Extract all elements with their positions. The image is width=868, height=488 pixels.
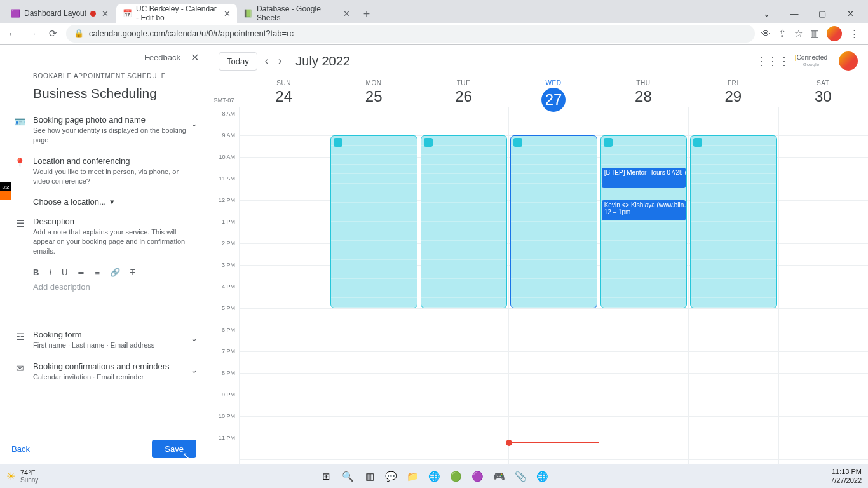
- app-icon[interactable]: 🟣: [470, 468, 486, 485]
- profile-avatar[interactable]: [827, 26, 842, 41]
- close-button[interactable]: ✕: [836, 4, 864, 23]
- availability-badge-icon: [604, 138, 613, 147]
- month-label: July 2022: [295, 54, 350, 69]
- chevron-down-icon[interactable]: ⌄: [752, 4, 780, 23]
- back-button[interactable]: Back: [11, 444, 30, 454]
- account-avatar[interactable]: [839, 51, 858, 71]
- bold-button[interactable]: B: [33, 268, 39, 277]
- chevron-down-icon[interactable]: ⌄: [191, 365, 198, 375]
- maximize-button[interactable]: ▢: [808, 4, 836, 23]
- day-column[interactable]: [778, 107, 868, 464]
- chevron-down-icon[interactable]: ⌄: [191, 334, 198, 343]
- spotify-icon[interactable]: 🟢: [448, 468, 465, 485]
- file-explorer-icon[interactable]: 📁: [405, 468, 421, 485]
- day-header[interactable]: TUE26: [419, 77, 508, 107]
- appointment-availability-block[interactable]: [421, 135, 507, 308]
- timezone-label: GMT-07: [208, 77, 239, 107]
- eye-icon[interactable]: 👁: [761, 28, 771, 39]
- day-header[interactable]: SUN24: [239, 77, 329, 107]
- close-icon[interactable]: ✕: [100, 8, 110, 18]
- day-number: 29: [688, 88, 778, 105]
- section-title: Location and conferencing: [33, 156, 196, 166]
- taskbar-weather: Sunny: [20, 477, 38, 484]
- day-header[interactable]: FRI29: [688, 77, 778, 107]
- appointment-availability-block[interactable]: [690, 135, 776, 308]
- day-number: 26: [419, 88, 508, 105]
- back-button[interactable]: ←: [5, 28, 19, 39]
- italic-button[interactable]: I: [49, 268, 51, 277]
- calendar-event[interactable]: Kevin <> Kishlaya (www.blin…12 – 1pm: [602, 200, 686, 220]
- close-icon[interactable]: ✕: [223, 8, 231, 18]
- search-icon[interactable]: 🔍: [340, 468, 356, 485]
- day-header[interactable]: SAT30: [778, 77, 868, 107]
- current-time-indicator: [509, 442, 598, 443]
- availability-badge-icon: [424, 138, 433, 147]
- chevron-down-icon[interactable]: ⌄: [191, 119, 198, 128]
- taskbar-time: 11:13 PM: [831, 468, 862, 476]
- chat-icon[interactable]: 💬: [383, 468, 400, 485]
- system-tray[interactable]: 11:13 PM 7/27/2022: [831, 468, 862, 484]
- day-column[interactable]: [419, 107, 508, 464]
- hour-label: 2 PM: [222, 240, 235, 247]
- day-number: 25: [329, 88, 418, 105]
- today-button[interactable]: Today: [219, 52, 257, 71]
- day-of-week: WED: [508, 79, 598, 86]
- day-column[interactable]: [BHEP] Mentor Hours 07/28 (…Kevin <> Kis…: [599, 107, 688, 464]
- day-column[interactable]: [508, 107, 598, 464]
- day-column[interactable]: [688, 107, 778, 464]
- appointment-availability-block[interactable]: [600, 135, 687, 308]
- link-button[interactable]: 🔗: [110, 268, 120, 277]
- numbered-list-button[interactable]: ≣: [78, 268, 85, 277]
- prev-week-button[interactable]: ‹: [262, 55, 271, 67]
- share-icon[interactable]: ⇪: [778, 28, 787, 39]
- day-column[interactable]: [329, 107, 418, 464]
- save-button[interactable]: Save ↖: [152, 440, 196, 458]
- close-icon[interactable]: ✕: [342, 8, 352, 18]
- calendar-week-grid[interactable]: GMT-07 8 AM9 AM10 AM11 AM12 PM1 PM2 PM3 …: [208, 77, 868, 464]
- chrome-beta-icon[interactable]: 🌐: [534, 468, 551, 485]
- kebab-menu-icon[interactable]: ⋮: [850, 28, 859, 39]
- section-confirmations[interactable]: ✉ Booking confirmations and reminders Ca…: [33, 362, 196, 382]
- cursor-icon: ↖: [182, 451, 190, 461]
- apps-grid-icon[interactable]: ⋮⋮⋮: [756, 54, 790, 68]
- appointment-availability-block[interactable]: [330, 135, 417, 308]
- section-photo-name[interactable]: 🪪 Booking page photo and name See how yo…: [33, 115, 196, 145]
- section-booking-form[interactable]: ☲ Booking form First name · Last name · …: [33, 330, 196, 350]
- description-input[interactable]: Add description: [33, 282, 196, 292]
- notes-icon: ☰: [14, 218, 25, 229]
- start-button[interactable]: ⊞: [318, 468, 335, 485]
- next-week-button[interactable]: ›: [276, 55, 284, 67]
- address-bar[interactable]: 🔒 calendar.google.com/calendar/u/0/r/app…: [66, 25, 755, 43]
- clear-formatting-button[interactable]: T: [130, 268, 135, 277]
- close-panel-button[interactable]: ✕: [191, 51, 199, 64]
- calendar-event[interactable]: [BHEP] Mentor Hours 07/28 (…: [602, 168, 686, 188]
- url-text: calendar.google.com/calendar/u/0/r/appoi…: [89, 29, 294, 38]
- appointment-availability-block[interactable]: [510, 135, 597, 308]
- hour-label: 4 PM: [222, 283, 235, 290]
- day-header[interactable]: THU28: [599, 77, 688, 107]
- underline-button[interactable]: U: [62, 268, 67, 277]
- reload-button[interactable]: ⟳: [46, 28, 60, 39]
- day-column[interactable]: [239, 107, 329, 464]
- event-title: Kevin <> Kishlaya (www.blin…: [604, 201, 683, 208]
- chrome-icon[interactable]: 🌐: [426, 468, 443, 485]
- star-icon[interactable]: ☆: [794, 28, 803, 39]
- schedule-title[interactable]: Business Scheduling: [33, 86, 196, 101]
- windows-taskbar[interactable]: ☀ 74°F Sunny ⊞ 🔍 ▥ 💬 📁 🌐 🟢 🟣 🎮 📎 🌐 11:13…: [0, 464, 868, 488]
- discord-icon[interactable]: 🎮: [491, 468, 508, 485]
- feedback-link[interactable]: Feedback: [144, 53, 180, 62]
- browser-tab[interactable]: 📗 Database - Google Sheets ✕: [237, 4, 358, 23]
- minimize-button[interactable]: ―: [780, 4, 808, 23]
- day-header[interactable]: WED27: [508, 77, 598, 107]
- task-view-icon[interactable]: ▥: [362, 468, 378, 485]
- browser-tab[interactable]: 🟪 Dashboard Layout ✕: [4, 4, 116, 23]
- app-icon[interactable]: 📎: [513, 468, 529, 485]
- forward-button[interactable]: →: [25, 28, 39, 39]
- location-dropdown[interactable]: Choose a location... ▾: [33, 197, 196, 207]
- bulleted-list-button[interactable]: ≡: [95, 268, 100, 277]
- sidepanel-icon[interactable]: ▥: [810, 28, 819, 39]
- browser-tab[interactable]: 📅 UC Berkeley - Calendar - Edit bo ✕: [116, 4, 237, 23]
- day-header[interactable]: MON25: [329, 77, 418, 107]
- new-tab-button[interactable]: +: [358, 5, 376, 23]
- tab-title: UC Berkeley - Calendar - Edit bo: [136, 4, 219, 22]
